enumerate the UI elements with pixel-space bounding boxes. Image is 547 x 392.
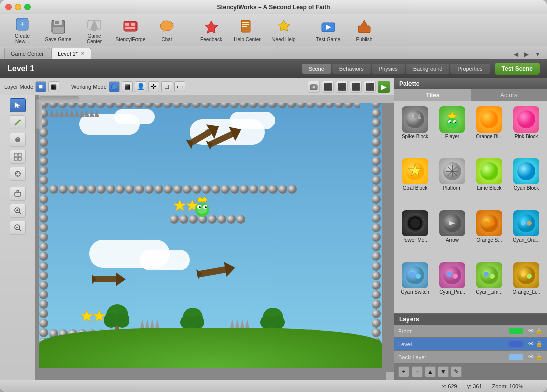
tab-close-icon[interactable]: ✕ xyxy=(81,51,85,56)
layer-front-eye[interactable]: 👁 xyxy=(528,327,535,335)
status-zoom: Zoom: 100% xyxy=(492,383,523,389)
layer-front-name: Front xyxy=(398,328,509,334)
tab-nav-down[interactable]: ▼ xyxy=(533,50,543,59)
tool-select[interactable] xyxy=(10,98,26,112)
tab-nav-prev[interactable]: ◀ xyxy=(512,50,520,59)
cloud-3b xyxy=(140,250,190,270)
canvas-play-button[interactable]: ▶ xyxy=(378,81,390,93)
scene-tab-properties[interactable]: Properties xyxy=(450,64,489,74)
layer-item-back[interactable]: Back Layer 👁 🔒 xyxy=(394,351,547,364)
layer-level-name: Level xyxy=(398,341,509,347)
close-button[interactable] xyxy=(5,4,12,10)
layer-item-front[interactable]: Front 👁 🔒 xyxy=(394,325,547,338)
tool-pencil[interactable] xyxy=(10,115,26,129)
palette-item-pink-block[interactable]: Pink Block xyxy=(509,104,544,154)
toolbar-feedback[interactable]: Feedback xyxy=(194,16,228,44)
palette-item-spike-block[interactable]: Spike Block xyxy=(397,104,433,154)
toolbar-test-game[interactable]: Test Game xyxy=(311,16,345,44)
working-mode-eraser[interactable]: ▭ xyxy=(174,81,185,92)
palette-item-cyan-lim[interactable]: Cyan_Lim... xyxy=(472,260,507,310)
layer-level-eye[interactable]: 👁 xyxy=(528,340,535,348)
toolbar-game-center[interactable]: Game Center xyxy=(77,16,111,44)
palette-tab-tiles[interactable]: Tiles xyxy=(394,89,471,101)
minimize-button[interactable] xyxy=(15,4,21,10)
tab-game-center[interactable]: Game Center xyxy=(4,48,50,59)
layer-down-button[interactable]: ▼ xyxy=(438,366,449,377)
layer-mode-multi[interactable]: ▦ xyxy=(48,81,59,92)
toolbar-chat[interactable]: Chat xyxy=(150,16,184,44)
canvas-tool-2[interactable]: ⬛ xyxy=(336,81,348,93)
svg-point-200 xyxy=(249,185,258,194)
working-mode-rect[interactable]: □ xyxy=(161,81,172,92)
tool-select3[interactable] xyxy=(10,187,26,201)
canvas-tool-camera[interactable] xyxy=(308,81,320,93)
game-canvas[interactable]: for(let i=0;i<35;i++){document.currentSc… xyxy=(39,99,382,368)
layer-add-button[interactable]: + xyxy=(398,366,409,377)
palette-item-player[interactable]: Player xyxy=(435,104,470,154)
border-left-svg xyxy=(39,99,49,350)
palette-item-cyan-ora[interactable]: Cyan_Ora... xyxy=(509,208,544,258)
svg-point-322 xyxy=(484,221,489,226)
palette-tab-actors[interactable]: Actors xyxy=(471,89,547,101)
toolbar-stencylforge[interactable]: StencylForge xyxy=(113,16,148,44)
toolbar-separator-2 xyxy=(306,20,306,40)
palette-item-orange-li[interactable]: Orange_Li... xyxy=(509,260,544,310)
toolbar-help-center[interactable]: Help Center xyxy=(230,16,264,44)
layer-back-lock[interactable]: 🔒 xyxy=(536,354,543,360)
scrollbar-horizontal-thumb[interactable] xyxy=(39,96,79,102)
tab-level-1[interactable]: Level 1* ✕ xyxy=(51,48,91,59)
scrollbar-vertical-thumb[interactable] xyxy=(36,99,42,129)
layer-edit-button[interactable]: ✎ xyxy=(451,366,462,377)
working-mode-pen[interactable] xyxy=(109,81,120,92)
arrow-name: Arrow xyxy=(446,237,459,243)
canvas-area[interactable]: for(let i=0;i<35;i++){document.currentSc… xyxy=(35,95,394,380)
layer-up-button[interactable]: ▲ xyxy=(425,366,436,377)
layer-item-level[interactable]: Level 👁 🔒 xyxy=(394,338,547,351)
scene-tab-behaviors[interactable]: Behaviors xyxy=(332,64,371,74)
palette-item-goal-block[interactable]: Goal Block xyxy=(397,156,433,206)
toolbar-need-help[interactable]: Need Help xyxy=(266,16,301,44)
tool-grid[interactable] xyxy=(10,150,26,164)
working-mode-actor[interactable]: 👤 xyxy=(135,81,146,92)
canvas-tool-4[interactable]: ⬛ xyxy=(364,81,376,93)
toolbar-create-new[interactable]: + Create New... xyxy=(5,16,39,44)
layer-front-lock[interactable]: 🔒 xyxy=(536,328,543,334)
layer-mode-single[interactable]: ■ xyxy=(35,81,46,92)
palette-item-cyan-switch[interactable]: Cyan Switch xyxy=(397,260,433,310)
layer-remove-button[interactable]: − xyxy=(412,366,423,377)
scene-tab-scene[interactable]: Scene xyxy=(302,64,331,74)
toolbar-save-game[interactable]: Save Game xyxy=(41,16,75,44)
create-new-label: Create New... xyxy=(7,33,37,44)
scene-tab-background[interactable]: Background xyxy=(406,64,450,74)
palette-item-arrow[interactable]: Arrow xyxy=(435,208,470,258)
svg-text:+: + xyxy=(20,19,25,29)
palette-item-orange-s[interactable]: Orange S... xyxy=(472,208,507,258)
test-scene-button[interactable]: Test Scene xyxy=(495,63,540,75)
tool-zoom-in[interactable] xyxy=(10,204,26,218)
scrollbar-horizontal[interactable] xyxy=(39,95,394,103)
palette-item-orange-block[interactable]: Orange Bl... xyxy=(472,104,507,154)
tool-select2[interactable] xyxy=(10,167,26,181)
scene-tab-physics[interactable]: Physics xyxy=(372,64,405,74)
maximize-button[interactable] xyxy=(24,4,31,10)
canvas-tool-1[interactable]: ⬛ xyxy=(322,81,334,93)
svg-point-190 xyxy=(154,185,163,194)
working-mode-grid[interactable]: ▦ xyxy=(122,81,133,92)
layer-level-lock[interactable]: 🔒 xyxy=(536,341,543,347)
layer-back-eye[interactable]: 👁 xyxy=(528,353,535,361)
toolbar-publish[interactable]: Publish xyxy=(347,16,381,44)
working-mode-pointer[interactable]: ✜ xyxy=(148,81,159,92)
goal-block-name: Goal Block xyxy=(403,185,427,191)
palette-item-lime-block[interactable]: Lime Block xyxy=(472,156,507,206)
palette-item-cyan-block[interactable]: Cyan Block xyxy=(509,156,544,206)
palette-item-cyan-pin[interactable]: Cyan_Pin... xyxy=(435,260,470,310)
tab-nav-next[interactable]: ▶ xyxy=(522,50,531,59)
scene-title: Level 1 xyxy=(7,64,302,73)
tool-zoom-out[interactable] xyxy=(10,221,26,235)
tool-fill[interactable] xyxy=(10,133,26,147)
spike-block-thumb xyxy=(402,106,428,133)
canvas-tool-3[interactable]: ⬛ xyxy=(350,81,362,93)
palette-item-power-me[interactable]: Power Me... xyxy=(397,208,433,258)
palette-item-platform[interactable]: Platform xyxy=(435,156,470,206)
toolbar-separator-1 xyxy=(189,20,189,40)
